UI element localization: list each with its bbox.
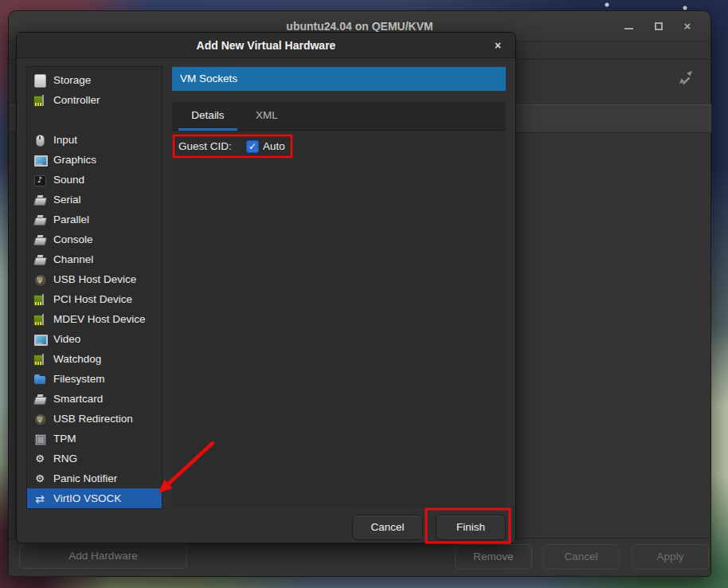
channel-icon bbox=[33, 253, 46, 266]
dialog-finish-button[interactable]: Finish bbox=[436, 515, 506, 540]
sidebar-item-usb-host-device[interactable]: ψUSB Host Device bbox=[27, 269, 162, 289]
sidebar-item-label: VirtIO VSOCK bbox=[53, 492, 121, 504]
sidebar-item-label: Input bbox=[53, 134, 77, 146]
dialog-cancel-button[interactable]: Cancel bbox=[352, 515, 423, 540]
sidebar-item-label: USB Redirection bbox=[53, 413, 133, 425]
tab-xml[interactable]: XML bbox=[249, 102, 285, 131]
guest-cid-label: Guest CID: bbox=[178, 135, 232, 158]
folder-icon bbox=[33, 373, 46, 386]
dialog-title: Add New Virtual Hardware bbox=[17, 33, 515, 58]
sidebar-item-console[interactable]: Console bbox=[27, 229, 162, 249]
sidebar-item-video[interactable]: Video bbox=[27, 329, 162, 349]
mouse-icon bbox=[33, 134, 46, 147]
sidebar-item-label: Graphics bbox=[53, 154, 96, 166]
panel-header: VM Sockets bbox=[172, 67, 506, 91]
pci-card-icon bbox=[33, 313, 46, 326]
sidebar-item-controller[interactable]: Controller bbox=[27, 90, 162, 110]
maximize-icon bbox=[655, 22, 663, 30]
gears-icon: ⚙ bbox=[33, 453, 46, 465]
sidebar-item-pci-host-device[interactable]: PCI Host Device bbox=[27, 289, 162, 309]
sidebar-item-rng[interactable]: ⚙RNG bbox=[27, 449, 162, 468]
serial-port-icon bbox=[33, 194, 46, 206]
sidebar-item-smartcard[interactable]: Smartcard bbox=[27, 389, 162, 409]
dialog-close-button[interactable]: × bbox=[490, 37, 506, 53]
monitor-icon bbox=[33, 333, 46, 346]
gears-icon: ⚙ bbox=[33, 472, 46, 485]
remove-button[interactable]: Remove bbox=[455, 544, 532, 570]
swap-arrows-icon: ⇄ bbox=[33, 492, 46, 505]
sidebar-item-tpm[interactable]: TPM bbox=[27, 429, 162, 449]
close-icon: × bbox=[495, 39, 501, 52]
minimize-button[interactable] bbox=[621, 19, 636, 33]
add-hardware-button[interactable]: Add Hardware bbox=[19, 543, 187, 569]
smartcard-icon bbox=[33, 393, 46, 406]
console-icon bbox=[33, 233, 46, 246]
tab-details[interactable]: Details bbox=[178, 102, 237, 131]
expand-button[interactable] bbox=[675, 67, 697, 89]
sidebar-item-label: Watchdog bbox=[53, 353, 101, 365]
hardware-type-list: StorageControllerInputGraphics♪SoundSeri… bbox=[26, 66, 162, 509]
sidebar-item-label: Controller bbox=[53, 94, 100, 106]
sidebar-item-label: Storage bbox=[53, 74, 91, 86]
sidebar-item-label: Panic Notifier bbox=[53, 472, 117, 484]
sidebar-item-label: PCI Host Device bbox=[53, 293, 132, 305]
sidebar-item-channel[interactable]: Channel bbox=[27, 249, 162, 269]
pci-card-icon bbox=[33, 94, 46, 107]
auto-checkbox-label: Auto bbox=[263, 135, 285, 158]
pci-card-icon bbox=[33, 353, 46, 366]
sidebar-item-label: Serial bbox=[53, 194, 81, 206]
pci-card-icon bbox=[33, 293, 46, 306]
sidebar-item-label: Console bbox=[53, 233, 93, 245]
dialog-titlebar[interactable]: Add New Virtual Hardware × bbox=[17, 33, 515, 58]
check-icon: ✓ bbox=[249, 141, 256, 152]
sidebar-item-graphics[interactable]: Graphics bbox=[27, 150, 162, 170]
sidebar-item-mdev-host-device[interactable]: MDEV Host Device bbox=[27, 309, 162, 329]
sidebar-item-storage[interactable]: Storage bbox=[27, 70, 162, 90]
close-icon: × bbox=[684, 19, 691, 33]
disk-icon bbox=[33, 74, 46, 87]
sidebar-item-label: Smartcard bbox=[53, 393, 103, 405]
maximize-button[interactable] bbox=[652, 19, 666, 33]
sidebar-item-filesystem[interactable]: Filesystem bbox=[27, 369, 162, 389]
details-tab-content: Guest CID: ✓ Auto bbox=[172, 131, 506, 508]
sidebar-item-label: TPM bbox=[53, 433, 76, 445]
usb-icon: ψ bbox=[33, 413, 46, 425]
sidebar-item-label: USB Host Device bbox=[53, 273, 136, 285]
sidebar-item-label: Sound bbox=[53, 174, 84, 186]
sidebar-item-input[interactable]: Input bbox=[27, 130, 162, 150]
expand-arrows-icon bbox=[675, 67, 697, 89]
sidebar-item-serial[interactable]: Serial bbox=[27, 190, 162, 210]
chip-icon bbox=[33, 433, 46, 445]
sidebar-item-virtio-vsock[interactable]: ⇄VirtIO VSOCK bbox=[27, 488, 162, 508]
sidebar-item-panic-notifier[interactable]: ⚙Panic Notifier bbox=[27, 468, 162, 488]
vm-apply-button[interactable]: Apply bbox=[632, 544, 709, 570]
add-hardware-dialog: Add New Virtual Hardware × StorageContro… bbox=[16, 32, 516, 543]
sidebar-item-label: Filesystem bbox=[53, 373, 105, 385]
sidebar-item-label: MDEV Host Device bbox=[53, 313, 146, 325]
auto-checkbox[interactable]: ✓ bbox=[246, 140, 259, 153]
usb-icon: ψ bbox=[33, 273, 46, 286]
sidebar-item-label: Video bbox=[53, 333, 80, 345]
speaker-icon: ♪ bbox=[33, 174, 46, 186]
minimize-icon bbox=[624, 28, 633, 29]
sidebar-item-sound[interactable]: ♪Sound bbox=[27, 170, 162, 190]
tab-bar: Details XML bbox=[172, 102, 506, 131]
sidebar-item-parallel[interactable]: Parallel bbox=[27, 210, 162, 229]
sidebar-item-label: Channel bbox=[53, 253, 93, 265]
sidebar-item-label: RNG bbox=[53, 453, 77, 465]
sidebar-spacer bbox=[27, 110, 162, 130]
sidebar-item-label: Parallel bbox=[53, 214, 89, 225]
close-window-button[interactable]: × bbox=[680, 19, 695, 33]
hardware-config-panel: VM Sockets Details XML Guest CID: ✓ Auto bbox=[172, 67, 506, 508]
sidebar-item-usb-redirection[interactable]: ψUSB Redirection bbox=[27, 409, 162, 429]
parallel-port-icon bbox=[33, 214, 46, 226]
sidebar-item-watchdog[interactable]: Watchdog bbox=[27, 349, 162, 369]
monitor-icon bbox=[33, 154, 46, 167]
vm-cancel-button[interactable]: Cancel bbox=[542, 544, 620, 570]
